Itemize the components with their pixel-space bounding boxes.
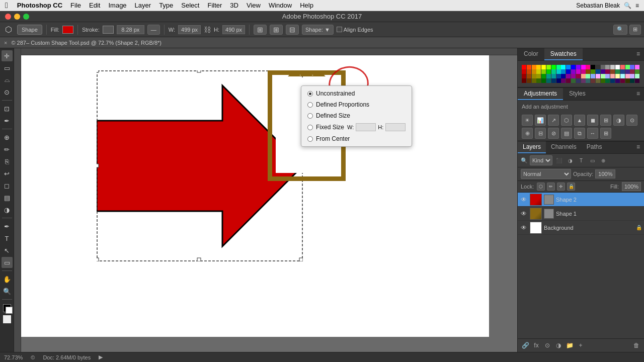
radio-unconstrained[interactable] [307,91,313,97]
lock-all[interactable]: 🔒 [567,183,575,191]
tab-layers[interactable]: Layers [518,141,546,153]
swatch[interactable] [551,78,556,83]
foreground-color[interactable] [3,304,11,312]
menu-file[interactable]: File [66,2,85,9]
swatch[interactable] [522,65,526,69]
swatch[interactable] [591,74,595,78]
swatch[interactable] [581,78,586,83]
swatch[interactable] [566,65,571,69]
swatch[interactable] [596,65,600,69]
swatch[interactable] [586,78,590,83]
fixed-h-input[interactable] [385,123,406,131]
swatch[interactable] [556,69,561,74]
gradient-map-button[interactable]: ↔ [587,128,598,139]
tool-options-icon[interactable]: ⬡ [3,24,14,35]
new-group-button[interactable]: 📁 [565,341,574,350]
shape-tool[interactable]: ▭ [2,257,13,268]
swatch[interactable] [625,65,630,69]
quick-mask-button[interactable] [3,315,11,323]
tab-swatches[interactable]: Swatches [544,48,583,60]
expand-arrow[interactable]: ▶ [99,354,103,360]
menu-3d[interactable]: 3D [226,2,243,9]
shape-mode-button[interactable]: Shape [17,25,42,35]
pixel-layer-filter[interactable]: ⬛ [554,156,564,165]
close-window-button[interactable] [5,14,11,20]
brush-tool[interactable]: ✏ [2,144,13,155]
swatch[interactable] [536,65,541,69]
dropdown-item-defined-proportions[interactable]: Defined Proportions [301,99,412,110]
move-tool[interactable]: ✛ [2,50,13,61]
type-layer-filter[interactable]: T [577,156,586,165]
menu-layer[interactable]: Layer [131,2,155,9]
lock-image-pixels[interactable]: ✏ [547,183,555,191]
swatch[interactable] [635,65,639,69]
maximize-window-button[interactable] [23,14,29,20]
swatch[interactable] [566,69,571,74]
layer-item-shape1[interactable]: 👁 Shape 1 [518,207,644,221]
swatch[interactable] [571,69,576,74]
swatch[interactable] [601,74,605,78]
color-lookup-button[interactable]: ⊟ [535,128,546,139]
zoom-tool[interactable]: 🔍 [2,286,13,297]
swatch[interactable] [605,69,610,74]
radio-fixed-size[interactable] [307,125,313,130]
stroke-style-button[interactable]: — [147,25,160,35]
panel-menu-button[interactable]: ≡ [632,48,644,60]
color-balance-button[interactable]: ⊞ [600,115,611,126]
invert-button[interactable]: ⊘ [548,128,559,139]
swatch[interactable] [571,74,576,78]
layers-panel-menu[interactable]: ≡ [632,141,644,153]
swatch[interactable] [536,78,541,83]
swatch[interactable] [610,78,615,83]
search-button[interactable]: 🔍 [613,25,627,35]
brightness-contrast-button[interactable]: ☀ [522,115,533,126]
swatch[interactable] [581,74,586,78]
type-tool[interactable]: T [2,233,13,244]
layer-kind-select[interactable]: Kind [530,155,552,165]
layer-visibility-background[interactable]: 👁 [520,224,528,232]
swatch[interactable] [566,74,571,78]
swatch[interactable] [620,65,625,69]
stroke-width-input[interactable] [117,25,144,34]
swatch[interactable] [527,74,531,78]
dropdown-item-from-center[interactable]: From Center [301,133,412,144]
swatch[interactable] [630,74,634,78]
swatch[interactable] [591,69,595,74]
align-button[interactable]: ⊞ [254,25,267,35]
history-brush-tool[interactable]: ↩ [2,168,13,179]
height-input[interactable] [222,25,245,34]
new-adjustment-button[interactable]: ◑ [554,341,563,350]
swatch[interactable] [556,74,561,78]
swatch[interactable] [556,65,561,69]
fill-color-swatch[interactable] [62,26,73,34]
swatch[interactable] [522,69,526,74]
tab-paths[interactable]: Paths [582,141,607,153]
tab-channels[interactable]: Channels [546,141,582,153]
menu-view[interactable]: View [243,2,265,9]
swatch[interactable] [586,74,590,78]
swatch[interactable] [625,69,630,74]
swatch[interactable] [630,69,634,74]
swatch[interactable] [576,69,581,74]
swatch[interactable] [576,74,581,78]
swatch[interactable] [610,69,615,74]
path-select-tool[interactable]: ↖ [2,245,13,256]
swatch[interactable] [615,74,620,78]
swatch[interactable] [605,65,610,69]
swatch[interactable] [551,65,556,69]
swatch[interactable] [541,74,546,78]
swatch[interactable] [546,78,551,83]
exposure-button[interactable]: ⬡ [561,115,572,126]
layer-visibility-shape2[interactable]: 👁 [520,196,528,204]
black-white-button[interactable]: ◑ [613,115,624,126]
tab-color[interactable]: Color [518,48,544,60]
swatch[interactable] [620,69,625,74]
align-edges-option[interactable]: Align Edges [337,27,373,33]
swatch[interactable] [546,74,551,78]
stroke-color-swatch[interactable] [103,26,114,34]
swatch[interactable] [615,65,620,69]
swatch[interactable] [601,78,605,83]
swatch[interactable] [546,69,551,74]
swatch[interactable] [522,74,526,78]
lasso-tool[interactable]: ⌓ [2,74,13,85]
